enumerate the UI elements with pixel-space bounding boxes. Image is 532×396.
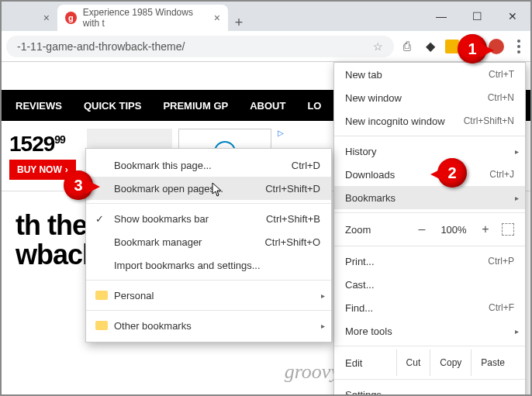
chevron-right-icon: ▸ (321, 322, 325, 330)
menu-print[interactable]: Print...Ctrl+P (334, 250, 525, 273)
chevron-right-icon: ▸ (515, 327, 519, 336)
menu-separator (334, 136, 525, 136)
menu-settings[interactable]: Settings (334, 383, 525, 396)
address-bar[interactable]: -1-11-game-and-throwback-theme/ ☆ (6, 36, 394, 57)
zoom-value: 100% (438, 224, 469, 236)
submenu-bookmark-page[interactable]: Bookmark this page...Ctrl+D (86, 153, 331, 177)
price-main: 1529 (9, 132, 54, 157)
checker-icon[interactable]: ◆ (422, 38, 439, 55)
submenu-folder-personal[interactable]: Personal▸ (86, 284, 331, 307)
menu-separator (334, 379, 525, 380)
window-titlebar: × g Experience 1985 Windows with t × + —… (2, 2, 530, 31)
zoom-label: Zoom (345, 224, 406, 236)
toolbar: -1-11-game-and-throwback-theme/ ☆ ⎙ ◆ ▼ (2, 31, 530, 62)
menu-separator (334, 346, 525, 346)
menu-cast[interactable]: Cast... (334, 273, 525, 296)
cut-button[interactable]: Cut (396, 350, 430, 376)
nav-link[interactable]: QUICK TIPS (84, 100, 141, 112)
menu-edit-row: Edit Cut Copy Paste (334, 350, 525, 376)
zoom-out-button[interactable]: – (413, 222, 430, 236)
menu-separator (334, 212, 525, 213)
menu-bookmarks[interactable]: Bookmarks▸ (334, 186, 525, 209)
nav-link[interactable]: LO (307, 100, 321, 112)
new-tab-button[interactable]: + (228, 15, 250, 31)
tab-title: Experience 1985 Windows with t (83, 7, 208, 29)
close-icon[interactable]: × (214, 12, 220, 24)
callout-1: 1 (458, 34, 487, 64)
cursor-icon (212, 183, 223, 197)
menu-new-window[interactable]: New windowCtrl+N (334, 86, 525, 109)
chevron-right-icon: ▸ (515, 194, 519, 202)
folder-icon (95, 321, 108, 330)
menu-separator (86, 280, 331, 281)
nav-link[interactable]: PREMIUM GP (163, 100, 228, 112)
chevron-right-icon: ▸ (321, 291, 325, 300)
chrome-menu-button[interactable] (512, 36, 526, 57)
menu-more-tools[interactable]: More tools▸ (334, 319, 525, 343)
bookmark-star-icon[interactable]: ☆ (373, 40, 383, 53)
ad-price: 1529 99 (9, 132, 76, 157)
minimize-button[interactable]: — (423, 2, 459, 31)
close-icon[interactable]: × (43, 12, 50, 24)
menu-incognito[interactable]: New incognito windowCtrl+Shift+N (334, 109, 525, 133)
chevron-right-icon: › (65, 164, 68, 175)
menu-new-tab[interactable]: New tabCtrl+T (334, 63, 525, 86)
window-controls: — ☐ ✕ (423, 2, 530, 31)
callout-2: 2 (437, 158, 467, 188)
maximize-button[interactable]: ☐ (459, 2, 495, 31)
tab-active[interactable]: g Experience 1985 Windows with t × (57, 5, 228, 31)
menu-separator (86, 310, 331, 311)
check-icon: ✓ (95, 213, 104, 225)
favicon-icon: g (65, 12, 77, 24)
buy-label: BUY NOW (17, 164, 62, 175)
nav-link[interactable]: REVIEWS (16, 100, 62, 112)
menu-separator (334, 246, 525, 246)
callout-3: 3 (64, 170, 93, 200)
copy-button[interactable]: Copy (430, 350, 471, 376)
price-cents: 99 (54, 133, 65, 146)
submenu-import-bookmarks[interactable]: Import bookmarks and settings... (86, 253, 331, 277)
submenu-bookmark-open-pages[interactable]: Bookmark open pages...Ctrl+Shift+D (86, 177, 331, 200)
menu-find[interactable]: Find...Ctrl+F (334, 296, 525, 319)
submenu-show-bookmarks-bar[interactable]: ✓Show bookmarks barCtrl+Shift+B (86, 207, 331, 230)
paste-button[interactable]: Paste (471, 350, 514, 376)
tab-strip: × g Experience 1985 Windows with t × + (2, 2, 423, 31)
tab-inactive[interactable]: × (8, 5, 57, 31)
window-close-button[interactable]: ✕ (495, 2, 530, 31)
submenu-folder-other[interactable]: Other bookmarks▸ (86, 314, 331, 337)
menu-zoom: Zoom – 100% + (334, 216, 525, 243)
chrome-main-menu: New tabCtrl+T New windowCtrl+N New incog… (333, 62, 526, 396)
submenu-bookmark-manager[interactable]: Bookmark managerCtrl+Shift+O (86, 230, 331, 253)
fullscreen-icon[interactable] (502, 223, 514, 236)
adchoices-icon[interactable]: ▷ (278, 129, 284, 137)
zoom-in-button[interactable]: + (477, 222, 494, 236)
chevron-right-icon: ▸ (515, 147, 519, 156)
printer-icon[interactable]: ⎙ (399, 38, 416, 55)
menu-history[interactable]: History▸ (334, 139, 525, 163)
url-text: -1-11-game-and-throwback-theme/ (17, 40, 185, 53)
menu-separator (86, 203, 331, 204)
bookmarks-submenu: Bookmark this page...Ctrl+D Bookmark ope… (85, 148, 332, 343)
edit-label: Edit (345, 357, 396, 369)
nav-link[interactable]: ABOUT (250, 100, 285, 112)
folder-icon (95, 291, 108, 300)
